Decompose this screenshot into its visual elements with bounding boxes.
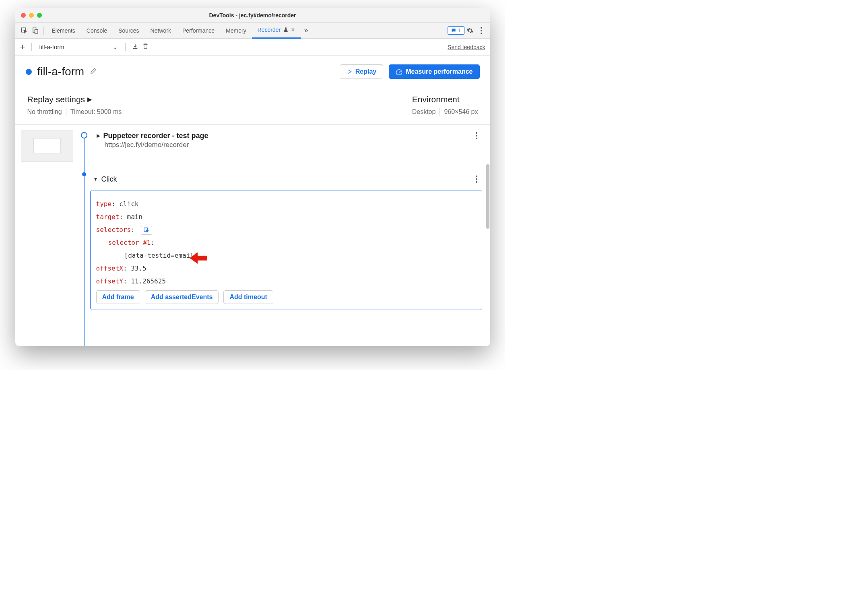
device-label: Desktop <box>412 108 436 116</box>
pick-selector-icon[interactable] <box>141 226 152 235</box>
dimensions-label: 960×546 px <box>444 108 478 116</box>
prop-value[interactable]: 33.5 <box>131 265 147 272</box>
page-thumbnail <box>21 130 73 162</box>
divider <box>440 108 440 116</box>
recording-header: fill-a-form Replay Measure performance <box>15 56 490 88</box>
edit-name-icon[interactable] <box>90 67 97 76</box>
prop-value[interactable]: 11.265625 <box>131 277 166 285</box>
export-icon[interactable] <box>132 43 138 51</box>
send-feedback-link[interactable]: Send feedback <box>448 44 485 50</box>
divider <box>66 108 66 116</box>
prop-key: target <box>96 213 120 221</box>
environment-title: Environment <box>412 95 478 104</box>
tab-network[interactable]: Network <box>145 23 177 39</box>
chevron-right-icon: ▶ <box>87 96 92 103</box>
add-recording-button[interactable]: + <box>20 42 25 52</box>
recording-name: fill-a-form <box>37 65 85 78</box>
prop-key: offsetY <box>96 277 123 285</box>
more-tabs-icon[interactable]: » <box>301 25 312 36</box>
svg-rect-2 <box>35 29 38 33</box>
tab-recorder[interactable]: Recorder × <box>252 23 301 39</box>
timeline-dot-icon <box>82 172 86 176</box>
expand-down-icon: ▼ <box>93 176 98 182</box>
divider <box>125 43 126 51</box>
divider <box>31 43 32 51</box>
inspect-icon[interactable] <box>19 25 30 36</box>
settings-row: Replay settings ▶ No throttling Timeout:… <box>15 88 490 125</box>
recording-select[interactable]: fill-a-form ⌄ <box>38 43 119 51</box>
titlebar: DevTools - jec.fyi/demo/recorder <box>15 8 490 23</box>
device-toggle-icon[interactable] <box>30 25 41 36</box>
flask-icon <box>283 27 289 33</box>
devtools-tabbar: Elements Console Sources Network Perform… <box>15 23 490 39</box>
prop-value[interactable]: main <box>127 213 143 221</box>
tab-performance[interactable]: Performance <box>177 23 220 39</box>
step-url: https://jec.fyi/demo/recorder <box>105 141 482 149</box>
issues-badge[interactable]: 1 <box>448 26 464 35</box>
selector-value[interactable]: [data-testid=email] <box>124 252 198 259</box>
timeline: ▶ Puppeteer recorder - test page https:/… <box>76 130 482 346</box>
window-title: DevTools - jec.fyi/demo/recorder <box>15 12 490 19</box>
step-menu-icon[interactable] <box>474 174 479 184</box>
step-menu-icon[interactable] <box>474 130 479 141</box>
timeout-label: Timeout: 5000 ms <box>70 108 122 116</box>
timeline-node-icon <box>81 132 87 138</box>
scrollbar[interactable] <box>486 164 489 229</box>
step-detail-box: type: click target: main selectors: sele… <box>90 190 482 310</box>
throttling-label: No throttling <box>27 108 62 116</box>
prop-key: type <box>96 200 112 208</box>
chevron-down-icon: ⌄ <box>113 43 118 51</box>
status-dot-icon <box>26 69 32 75</box>
recorder-toolbar: + fill-a-form ⌄ Send feedback <box>15 39 490 56</box>
devtools-window: DevTools - jec.fyi/demo/recorder Element… <box>15 8 490 346</box>
timeline-line <box>84 134 85 346</box>
tab-memory[interactable]: Memory <box>220 23 252 39</box>
replay-settings-toggle[interactable]: Replay settings ▶ <box>27 95 122 104</box>
tab-elements[interactable]: Elements <box>46 23 81 39</box>
add-frame-button[interactable]: Add frame <box>96 290 140 304</box>
selector-label: selector #1 <box>108 239 151 246</box>
tab-console[interactable]: Console <box>81 23 113 39</box>
arrow-left-icon <box>189 244 208 277</box>
kebab-menu-icon[interactable] <box>476 25 487 36</box>
delete-icon[interactable] <box>142 43 149 51</box>
steps-content: ▶ Puppeteer recorder - test page https:/… <box>15 125 490 346</box>
prop-value[interactable]: click <box>119 200 138 208</box>
play-icon <box>347 69 352 74</box>
prop-key: selectors <box>96 226 131 234</box>
divider <box>43 27 44 35</box>
step-click-header[interactable]: ▼ Click <box>93 174 482 184</box>
add-asserted-events-button[interactable]: Add assertedEvents <box>145 290 219 304</box>
step-initial: ▶ Puppeteer recorder - test page https:/… <box>97 130 482 149</box>
replay-button[interactable]: Replay <box>340 64 383 79</box>
gauge-icon <box>396 68 402 75</box>
chat-icon <box>451 28 456 33</box>
close-tab-icon[interactable]: × <box>291 26 295 33</box>
prop-key: offsetX <box>96 265 123 272</box>
tab-sources[interactable]: Sources <box>113 23 144 39</box>
add-timeout-button[interactable]: Add timeout <box>223 290 273 304</box>
measure-performance-button[interactable]: Measure performance <box>389 64 479 79</box>
expand-right-icon: ▶ <box>97 133 100 138</box>
step-header[interactable]: ▶ Puppeteer recorder - test page <box>97 130 482 141</box>
settings-gear-icon[interactable] <box>464 25 476 36</box>
